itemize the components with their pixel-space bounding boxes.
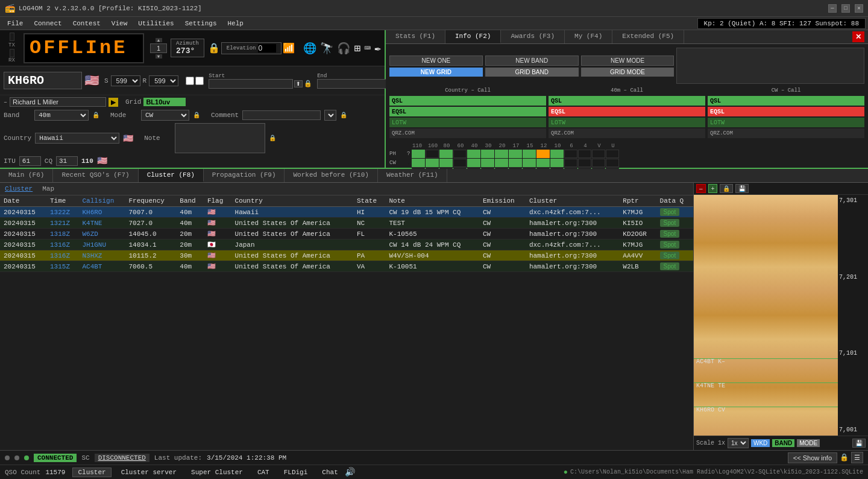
menu-contest[interactable]: Contest [68,19,105,28]
comment-select[interactable] [324,110,336,121]
wf-lock-btn[interactable]: 🔒 [720,184,733,193]
minimize-button[interactable]: ─ [828,4,837,13]
tab-my[interactable]: My (F4) [565,30,612,43]
cluster-tab-cluster[interactable]: Cluster [5,185,33,192]
name-input[interactable] [10,97,106,107]
spot-btn[interactable]: Spot [660,252,680,259]
bottom-tab-cluster[interactable]: Cluster [72,468,111,477]
band-select[interactable]: 40m 20m 80m [34,110,89,121]
globe-icon[interactable]: 🌐 [303,42,316,55]
table-row[interactable]: 20240315 1316Z JH1GNU 14034.1 20m 🇯🇵 Jap… [0,240,693,250]
tab-weather[interactable]: Weather (F11) [378,169,447,182]
scale-select[interactable]: 1x 2x [728,438,749,448]
note-lock-icon[interactable]: 🔒 [269,135,276,142]
td-dataq[interactable]: Spot [656,250,693,261]
tab-awards[interactable]: Awards (F3) [501,30,565,43]
close-button[interactable]: ✕ [855,4,863,13]
bottom-tab-super-cluster[interactable]: Super Cluster [186,468,248,477]
td-call[interactable]: K4TNE [78,218,125,229]
td-call[interactable]: JH1GNU [78,240,125,250]
sent-select[interactable]: 599 [111,75,140,86]
callsign-input[interactable] [4,72,82,89]
menu-utilities[interactable]: Utilities [133,19,178,28]
new-band-btn[interactable]: NEW BAND [485,56,579,66]
new-mode-btn[interactable]: NEW MODE [581,56,675,66]
table-row[interactable]: 20240315 1322Z KH6RO 7007.0 40m 🇺🇸 Hawai… [0,207,693,218]
wf-red-btn[interactable]: – [696,184,706,193]
table-row[interactable]: 20240315 1321Z K4TNE 7027.0 40m 🇺🇸 Unite… [0,218,693,229]
table-row[interactable]: 20240315 1315Z AC4BT 7060.5 40m 🇺🇸 Unite… [0,261,693,272]
mode-lock-icon[interactable]: 🔒 [193,112,200,119]
spot-btn[interactable]: Spot [660,219,680,227]
col-emission[interactable]: Emission [479,195,526,207]
cluster-tab-map[interactable]: Map [42,185,54,192]
status-menu-btn[interactable]: ☰ [851,452,863,463]
name-lookup-btn[interactable]: ▶ [108,98,118,107]
mode-btn[interactable]: MODE [797,439,820,447]
wkd-btn[interactable]: WKD [751,439,770,447]
menu-settings[interactable]: Settings [180,19,222,28]
td-call[interactable]: N3HXZ [78,250,125,261]
save-wf-icon[interactable]: 💾 [852,439,866,448]
td-dataq[interactable]: Spot [656,218,693,229]
mode-select[interactable]: CW SSB FM [141,110,189,121]
ph-question-icon[interactable]: ? [407,151,410,157]
spot-btn[interactable]: Spot [660,262,680,270]
td-dataq[interactable]: Spot [656,261,693,272]
keyboard-icon[interactable]: ⌨ [364,42,371,55]
spot-btn[interactable]: Spot [660,208,680,216]
col-date[interactable]: Date [0,195,46,207]
spot-btn[interactable]: Spot [660,230,680,238]
tab-worked-before[interactable]: Worked before (F10) [285,169,377,182]
td-dataq[interactable]: Spot [656,229,693,240]
new-grid-btn[interactable]: NEW GRID [389,68,483,77]
comment-lock-icon[interactable]: 🔒 [340,112,347,119]
disconnected-badge[interactable]: DISCONNECTED [95,454,149,462]
col-frequency[interactable]: Frequency [125,195,176,207]
pen-icon[interactable]: ✒ [374,42,381,55]
td-call[interactable]: AC4BT [78,261,125,272]
wf-save-btn[interactable]: 💾 [735,184,749,193]
col-rptr[interactable]: Rptr [619,195,656,207]
spin-up-button[interactable]: ▲ [156,38,162,42]
td-dataq[interactable]: Spot [656,240,693,250]
td-call[interactable]: KH6RO [78,207,125,218]
table-row[interactable]: 20240315 1316Z N3HXZ 10115.2 30m 🇺🇸 Unit… [0,250,693,261]
col-state[interactable]: State [353,195,385,207]
start-spin-btn[interactable]: ⬆ [294,80,303,87]
wf-green-btn[interactable]: + [708,184,718,193]
col-dataq[interactable]: Data Q [656,195,693,207]
bottom-tab-cluster-server[interactable]: Cluster server [116,468,181,477]
new-one-btn[interactable]: NEW ONE [389,56,483,66]
grid-band-btn[interactable]: GRID BAND [485,68,579,77]
band-btn[interactable]: BAND [772,439,794,447]
tab-main[interactable]: Main (F6) [0,169,53,182]
recv-select[interactable]: 599 [149,75,178,86]
grid-icon[interactable]: ⊞ [354,42,360,55]
td-dataq[interactable]: Spot [656,207,693,218]
spin-input[interactable]: 1 [150,43,167,53]
menu-file[interactable]: File [2,19,28,28]
maximize-button[interactable]: □ [841,4,850,13]
col-time[interactable]: Time [46,195,78,207]
show-info-btn[interactable]: << Show info [788,452,837,463]
col-band[interactable]: Band [176,195,204,207]
col-note[interactable]: Note [385,195,479,207]
td-call[interactable]: W6ZD [78,229,125,240]
tab-recent[interactable]: Recent QSO's (F7) [53,169,138,182]
antenna-icon[interactable]: 🔭 [320,42,333,55]
cb1[interactable] [186,77,194,85]
tab-propagation[interactable]: Propagation (F9) [204,169,285,182]
tab-info[interactable]: Info (F2) [445,30,501,43]
tab-extended[interactable]: Extended (F5) [612,30,684,43]
grid-mode-btn[interactable]: GRID MODE [581,68,675,77]
col-cluster[interactable]: Cluster [526,195,619,207]
menu-view[interactable]: View [107,19,132,28]
tab-cluster[interactable]: Cluster (F8) [139,169,204,182]
elevation-input[interactable] [258,44,276,52]
bottom-tab-fldigi[interactable]: FLDigi [279,468,313,477]
start-datetime[interactable]: 3/15/2024 13:25:33 [209,79,293,89]
cb2[interactable] [195,77,204,85]
table-row[interactable]: 20240315 1318Z W6ZD 14045.0 20m 🇺🇸 Unite… [0,229,693,240]
spin-down-button[interactable]: ▼ [156,54,162,59]
